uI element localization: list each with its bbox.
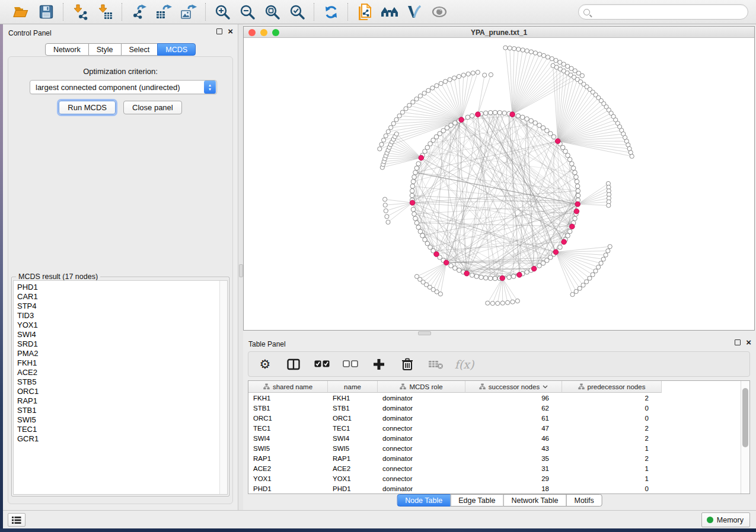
network-node[interactable]	[563, 149, 568, 154]
network-node[interactable]	[488, 110, 493, 115]
network-node[interactable]	[414, 166, 419, 171]
refresh-view-icon[interactable]	[320, 2, 342, 21]
result-list-scrollbar[interactable]	[219, 281, 227, 494]
network-node[interactable]	[486, 301, 490, 305]
network-node[interactable]	[426, 88, 430, 92]
network-node[interactable]	[573, 170, 578, 175]
tab-select[interactable]: Select	[121, 43, 158, 56]
zoom-out-icon[interactable]	[237, 2, 258, 21]
network-node[interactable]	[394, 117, 398, 121]
network-node[interactable]	[378, 147, 382, 151]
tab-node-table[interactable]: Node Table	[397, 494, 451, 507]
delete-columns-icon[interactable]	[399, 356, 416, 373]
column-header-predecessor-nodes[interactable]: predecessor nodes	[562, 381, 662, 393]
network-node[interactable]	[578, 286, 582, 290]
export-table-icon[interactable]	[153, 2, 174, 21]
tab-mcds[interactable]: MCDS	[157, 43, 196, 56]
table-row[interactable]: SWI4SWI4dominator462	[248, 433, 749, 443]
network-canvas[interactable]	[244, 38, 754, 330]
table-row[interactable]: PHD1PHD1dominator180	[248, 483, 749, 493]
network-node[interactable]	[452, 76, 457, 80]
network-node[interactable]	[497, 110, 502, 115]
network-node[interactable]	[566, 233, 570, 238]
network-node[interactable]	[412, 211, 417, 216]
network-node[interactable]	[608, 245, 612, 249]
mcds-result-item[interactable]: YOX1	[17, 321, 227, 330]
mcds-result-item[interactable]: ORC1	[17, 387, 227, 396]
network-node[interactable]	[550, 57, 554, 61]
network-node[interactable]	[511, 300, 515, 304]
network-node[interactable]	[551, 134, 556, 139]
network-node[interactable]	[525, 117, 529, 121]
run-mcds-button[interactable]: Run MCDS	[59, 101, 116, 114]
search-input[interactable]	[593, 6, 748, 18]
network-node[interactable]	[471, 71, 475, 75]
network-node[interactable]	[414, 274, 419, 278]
dominator-node[interactable]	[444, 260, 449, 265]
network-node[interactable]	[493, 276, 497, 281]
network-node[interactable]	[422, 91, 426, 95]
dominator-node[interactable]	[555, 139, 560, 144]
network-node[interactable]	[444, 79, 448, 84]
table-row[interactable]: FKH1FKH1dominator962	[248, 393, 749, 403]
network-node[interactable]	[566, 153, 570, 158]
network-node[interactable]	[414, 97, 419, 101]
show-columns-icon[interactable]	[285, 356, 302, 373]
network-node[interactable]	[520, 115, 525, 120]
network-graph[interactable]	[244, 38, 754, 330]
network-node[interactable]	[533, 121, 538, 126]
network-node[interactable]	[470, 273, 474, 278]
dominator-node[interactable]	[476, 112, 481, 117]
network-node[interactable]	[457, 268, 462, 273]
network-node[interactable]	[466, 72, 470, 76]
network-node[interactable]	[416, 162, 421, 166]
network-node[interactable]	[385, 214, 389, 219]
task-history-button[interactable]	[8, 513, 25, 527]
network-node[interactable]	[606, 249, 610, 253]
network-node[interactable]	[502, 111, 507, 116]
network-node[interactable]	[383, 203, 387, 207]
network-node[interactable]	[515, 299, 519, 303]
vertical-splitter-handle[interactable]	[239, 264, 243, 277]
network-node[interactable]	[476, 70, 480, 74]
network-node[interactable]	[607, 203, 611, 207]
tab-network-table[interactable]: Network Table	[503, 494, 567, 507]
network-node[interactable]	[407, 103, 412, 107]
column-header-shared-name[interactable]: shared name	[248, 381, 328, 393]
network-node[interactable]	[389, 126, 393, 130]
network-node[interactable]	[558, 60, 562, 65]
tab-network[interactable]: Network	[45, 43, 89, 56]
new-network-from-selection-icon[interactable]	[354, 2, 375, 21]
network-node[interactable]	[576, 193, 580, 198]
dominator-node[interactable]	[419, 155, 424, 161]
network-node[interactable]	[570, 293, 575, 297]
dominator-node[interactable]	[562, 239, 567, 245]
deselect-all-rows-icon[interactable]	[342, 356, 359, 373]
network-node[interactable]	[541, 53, 546, 57]
mcds-result-item[interactable]: STP4	[17, 302, 227, 311]
network-node[interactable]	[448, 78, 452, 82]
network-node[interactable]	[574, 175, 579, 180]
network-node[interactable]	[546, 55, 550, 59]
dominator-node[interactable]	[434, 252, 439, 257]
float-table-panel-icon[interactable]	[735, 339, 741, 345]
horizontal-splitter-handle[interactable]	[418, 331, 431, 335]
mcds-result-item[interactable]: PMA2	[17, 349, 227, 358]
network-node[interactable]	[411, 180, 416, 184]
network-node[interactable]	[601, 257, 605, 261]
mcds-result-item[interactable]: SRD1	[17, 339, 227, 349]
network-node[interactable]	[384, 209, 388, 213]
tab-motifs[interactable]: Motifs	[566, 494, 602, 507]
network-node[interactable]	[533, 51, 537, 55]
network-node[interactable]	[410, 188, 414, 193]
dominator-node[interactable]	[531, 266, 537, 271]
network-node[interactable]	[457, 75, 461, 79]
network-node[interactable]	[418, 229, 423, 234]
dominator-node[interactable]	[500, 275, 505, 281]
network-node[interactable]	[483, 73, 487, 77]
network-node[interactable]	[381, 138, 385, 142]
import-table-icon[interactable]	[94, 2, 116, 21]
table-row[interactable]: ACE2ACE2connector311	[248, 463, 749, 473]
network-node[interactable]	[391, 121, 395, 126]
vizmapper-icon[interactable]	[404, 2, 425, 21]
